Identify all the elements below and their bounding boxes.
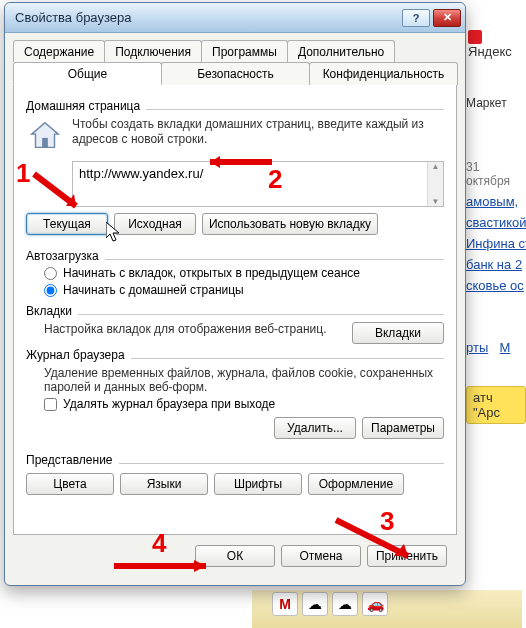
languages-button[interactable]: Языки bbox=[120, 473, 208, 495]
homepage-group-label: Домашняя страница bbox=[26, 99, 140, 113]
autostart-home-radio[interactable] bbox=[44, 284, 57, 297]
homepage-help: Чтобы создать вкладки домашних страниц, … bbox=[72, 117, 444, 147]
formatting-button[interactable]: Оформление bbox=[308, 473, 404, 495]
bg-link[interactable]: Инфина ст bbox=[466, 236, 526, 251]
bg-map-icons: M ☁ ☁ 🚗 bbox=[272, 592, 388, 616]
bg-yandex: Яндекс bbox=[468, 28, 526, 59]
bg-tab[interactable]: М bbox=[500, 340, 511, 355]
homepage-section: Домашняя страница Чтобы создать вкладки … bbox=[26, 99, 444, 245]
bg-yellow-badge: атч "Арс bbox=[466, 386, 526, 424]
svg-rect-1 bbox=[42, 138, 48, 148]
dialog-footer: ОК Отмена Применить bbox=[13, 535, 457, 577]
bg-date: 31 октября bbox=[466, 160, 526, 188]
history-help: Удаление временных файлов, журнала, файл… bbox=[44, 366, 444, 394]
cloud-icon[interactable]: ☁ bbox=[302, 592, 328, 616]
bg-market: Маркет bbox=[466, 96, 526, 116]
cancel-button[interactable]: Отмена bbox=[281, 545, 361, 567]
tab-privacy[interactable]: Конфиденциальность bbox=[309, 62, 458, 85]
metro-icon[interactable]: M bbox=[272, 592, 298, 616]
tabs-help: Настройка вкладок для отображения веб-ст… bbox=[44, 322, 352, 336]
bg-link[interactable]: банк на 2 bbox=[466, 257, 526, 272]
car-icon[interactable]: 🚗 bbox=[362, 592, 388, 616]
tab-security[interactable]: Безопасность bbox=[161, 62, 310, 85]
tabs-button[interactable]: Вкладки bbox=[352, 322, 444, 344]
tab-content[interactable]: Содержание bbox=[13, 40, 105, 62]
dialog-body: Содержание Подключения Программы Дополни… bbox=[5, 33, 465, 585]
tab-connections[interactable]: Подключения bbox=[104, 40, 202, 62]
home-icon bbox=[26, 117, 64, 155]
delete-on-exit-checkbox[interactable] bbox=[44, 398, 57, 411]
ok-button[interactable]: ОК bbox=[195, 545, 275, 567]
appearance-group-label: Представление bbox=[26, 453, 113, 467]
bg-tab[interactable]: рты bbox=[466, 340, 488, 355]
appearance-section: Представление Цвета Языки Шрифты Оформле… bbox=[26, 453, 444, 505]
tabs-row-2: Общие Безопасность Конфиденциальность bbox=[13, 61, 457, 84]
tab-advanced[interactable]: Дополнительно bbox=[287, 40, 395, 62]
apply-button[interactable]: Применить bbox=[367, 545, 447, 567]
delete-on-exit-option[interactable]: Удалять журнал браузера при выходе bbox=[44, 397, 444, 411]
homepage-url-box: ▲▼ bbox=[72, 161, 444, 207]
bg-link[interactable]: свастикой bbox=[466, 215, 526, 230]
yandex-icon bbox=[468, 30, 482, 44]
history-group-label: Журнал браузера bbox=[26, 348, 125, 362]
help-button[interactable]: ? bbox=[402, 9, 430, 27]
dialog-title: Свойства браузера bbox=[15, 10, 399, 25]
tab-programs[interactable]: Программы bbox=[201, 40, 288, 62]
titlebar[interactable]: Свойства браузера ? ✕ bbox=[5, 3, 465, 33]
cloud2-icon[interactable]: ☁ bbox=[332, 592, 358, 616]
tabs-row-1: Содержание Подключения Программы Дополни… bbox=[13, 39, 457, 61]
tab-general[interactable]: Общие bbox=[13, 62, 162, 85]
use-current-button[interactable]: Текущая bbox=[26, 213, 108, 235]
autostart-home-label: Начинать с домашней страницы bbox=[63, 283, 244, 297]
scrollbar[interactable]: ▲▼ bbox=[427, 162, 443, 206]
fonts-button[interactable]: Шрифты bbox=[214, 473, 302, 495]
history-section: Журнал браузера Удаление временных файло… bbox=[26, 348, 444, 449]
autostart-group-label: Автозагрузка bbox=[26, 249, 99, 263]
history-params-button[interactable]: Параметры bbox=[362, 417, 444, 439]
browser-properties-dialog: Свойства браузера ? ✕ Содержание Подключ… bbox=[4, 2, 466, 586]
use-newtab-button[interactable]: Использовать новую вкладку bbox=[202, 213, 378, 235]
autostart-tabs-label: Начинать с вкладок, открытых в предыдуще… bbox=[63, 266, 360, 280]
general-panel: Домашняя страница Чтобы создать вкладки … bbox=[13, 84, 457, 535]
bg-link[interactable]: сковье ос bbox=[466, 278, 526, 293]
delete-button[interactable]: Удалить... bbox=[274, 417, 356, 439]
yandex-label: Яндекс bbox=[468, 44, 512, 59]
use-default-button[interactable]: Исходная bbox=[114, 213, 196, 235]
bg-link[interactable]: амовым, bbox=[466, 194, 526, 209]
close-button[interactable]: ✕ bbox=[433, 9, 461, 27]
delete-on-exit-label: Удалять журнал браузера при выходе bbox=[63, 397, 275, 411]
tabs-section: Вкладки Настройка вкладок для отображени… bbox=[26, 304, 444, 344]
tabs-group-label: Вкладки bbox=[26, 304, 72, 318]
autostart-tabs-radio[interactable] bbox=[44, 267, 57, 280]
colors-button[interactable]: Цвета bbox=[26, 473, 114, 495]
bg-market-label: Маркет bbox=[466, 96, 526, 110]
autostart-section: Автозагрузка Начинать с вкладок, открыты… bbox=[26, 249, 444, 300]
homepage-url-input[interactable] bbox=[73, 162, 427, 206]
autostart-tabs-option[interactable]: Начинать с вкладок, открытых в предыдуще… bbox=[44, 266, 444, 280]
autostart-home-option[interactable]: Начинать с домашней страницы bbox=[44, 283, 444, 297]
